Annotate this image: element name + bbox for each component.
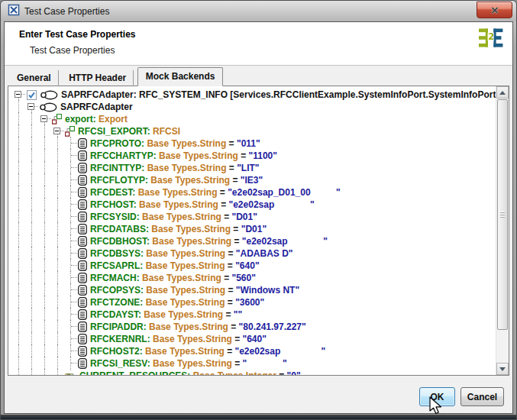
tree-row[interactable]: RFCSI_RESV: Base Types.String = " ": [12, 357, 496, 370]
scroll-thumb[interactable]: [497, 99, 508, 330]
row-value: "e2e02sap_D01_00 ": [228, 187, 340, 198]
tree-guide: [38, 260, 51, 272]
row-type: Base Types.String: [146, 285, 225, 296]
field-icon: [78, 309, 87, 320]
row-type: Base Types.String: [149, 321, 228, 332]
tree-branch: [64, 137, 77, 150]
row-equals: =: [231, 224, 241, 234]
row-type: Base Types.String: [147, 138, 226, 149]
header-title: Enter Test Case Properties: [19, 29, 136, 40]
tree-guide: [25, 247, 38, 260]
tab-general[interactable]: General: [10, 70, 59, 86]
tree-row[interactable]: RFCSYSID: Base Types.String = "D01": [12, 211, 496, 223]
row-value: "3600": [235, 297, 264, 308]
tree-guide: [51, 150, 64, 162]
row-value: "D01": [241, 224, 267, 234]
expander-icon[interactable]: [51, 125, 64, 137]
row-name: export:: [65, 114, 99, 124]
expander-icon[interactable]: [12, 89, 25, 101]
tree-row[interactable]: RFCOPSYS: Base Types.String = "Windows N…: [12, 284, 496, 296]
tab-mock-backends[interactable]: Mock Backends: [137, 67, 224, 86]
app-icon: [8, 4, 20, 19]
row-type: Base Types.String: [153, 358, 232, 369]
tree-guide: [38, 296, 51, 309]
tree-row[interactable]: RFCIPADDR: Base Types.String = "80.241.9…: [12, 321, 496, 333]
tree-row[interactable]: RFCSI_EXPORT: RFCSI: [12, 125, 496, 137]
struct-icon: [65, 126, 75, 137]
tree-row[interactable]: SAPRFCAdapter: RFC_SYSTEM_INFO [Services…: [12, 89, 496, 101]
tree-row[interactable]: RFCDATABS: Base Types.String = "D01": [12, 223, 496, 235]
row-type: Base Types.String: [144, 309, 223, 320]
tree-row-text: RFCINTTYP: Base Types.String = "LIT": [90, 162, 260, 174]
field-icon: [78, 273, 87, 283]
vertical-scrollbar[interactable]: [496, 86, 509, 375]
tree-guide: [38, 137, 51, 150]
tree-branch: [51, 370, 64, 375]
tree-guide: [25, 186, 38, 199]
tree-guide: [25, 137, 38, 150]
tree-row-text: RFCKERNRL: Base Types.String = "640": [90, 333, 267, 345]
tree-guide: [12, 309, 25, 321]
scroll-down-button[interactable]: [496, 363, 509, 375]
tree-guide: [51, 137, 64, 150]
tree-row[interactable]: RFCSAPRL: Base Types.String = "640": [12, 260, 496, 272]
tree-row[interactable]: RFCFLOTYP: Base Types.String = "IE3": [12, 174, 496, 186]
tree-row[interactable]: RFCHOST: Base Types.String = "e2e02sap ": [12, 199, 496, 211]
row-value: "640": [235, 260, 259, 271]
tab-http-header[interactable]: HTTP Header: [62, 70, 134, 86]
title-bar[interactable]: Test Case Properties: [1, 1, 516, 21]
tree-guide: [12, 223, 25, 235]
row-type: Base Types.String: [138, 187, 218, 198]
tree-row-text: SAPRFCAdapter: RFC_SYSTEM_INFO [Services…: [61, 89, 496, 101]
tree-branch: [64, 223, 77, 235]
tree-row[interactable]: RFCDEST: Base Types.String = "e2e02sap_D…: [12, 186, 496, 199]
tree-guide: [51, 296, 64, 309]
tree-guide: [51, 321, 64, 333]
tree-guide: [51, 174, 64, 186]
expander-box: [40, 115, 47, 122]
row-value: "e2e02sap ": [242, 236, 328, 247]
close-button[interactable]: [477, 2, 512, 18]
tree-branch: [64, 345, 77, 357]
tree-guide: [51, 260, 64, 272]
tree-row[interactable]: RFCDBHOST: Base Types.String = "e2e02sap…: [12, 235, 496, 247]
tree-row[interactable]: RFCKERNRL: Base Types.String = "640": [12, 333, 496, 345]
row-name: RFCPROTO:: [90, 138, 147, 149]
cancel-button[interactable]: Cancel: [460, 387, 504, 406]
struct-icon: [52, 114, 62, 124]
tree-row[interactable]: RFCHOST2: Base Types.String = "e2e02sap …: [12, 345, 496, 357]
header-subtitle: Test Case Properties: [30, 45, 115, 56]
tree-guide: [51, 333, 64, 345]
tree-guide: [25, 321, 38, 333]
tree-row[interactable]: RFCDAYST: Base Types.String = "": [12, 309, 496, 321]
row-equals: =: [223, 309, 234, 320]
field-icon: [78, 224, 87, 234]
tree-guide: [25, 370, 38, 375]
tree-guide: [38, 150, 51, 162]
tree-row[interactable]: RFCMACH: Base Types.String = "560": [12, 272, 496, 284]
expander-icon[interactable]: [38, 113, 51, 125]
scroll-up-button[interactable]: [496, 86, 509, 99]
tree-row[interactable]: SAPRFCAdapter: [12, 101, 496, 113]
tree-row[interactable]: RFCPROTO: Base Types.String = "011": [12, 137, 496, 150]
row-checkbox[interactable]: [25, 90, 37, 100]
tree-row[interactable]: RFCDBSYS: Base Types.String = "ADABAS D": [12, 247, 496, 260]
tree-panel: SAPRFCAdapter: RFC_SYSTEM_INFO [Services…: [8, 86, 509, 376]
tree-guide: [38, 174, 51, 186]
tree-guide: [38, 199, 51, 211]
tree-guide: [12, 247, 25, 260]
tree-row[interactable]: RFCCHARTYP: Base Types.String = "1100": [12, 150, 496, 162]
tree-row[interactable]: export: Export: [12, 113, 496, 125]
row-name: RFCMACH:: [90, 273, 142, 283]
tree-branch: [64, 321, 77, 333]
tree-row[interactable]: RFCINTTYP: Base Types.String = "LIT": [12, 162, 496, 174]
tree-guide: [51, 186, 64, 199]
row-equals: =: [238, 150, 249, 161]
row-value: "Windows NT": [236, 285, 299, 296]
tree-guide: [38, 186, 51, 199]
tree-guide: [38, 309, 51, 321]
tree-guide: [51, 345, 64, 357]
expander-icon[interactable]: [25, 101, 38, 113]
tree-row[interactable]: 852CURRENT_RESOURCES: Base Types.Integer…: [12, 370, 496, 375]
tree-row[interactable]: RFCTZONE: Base Types.String = "3600": [12, 296, 496, 309]
